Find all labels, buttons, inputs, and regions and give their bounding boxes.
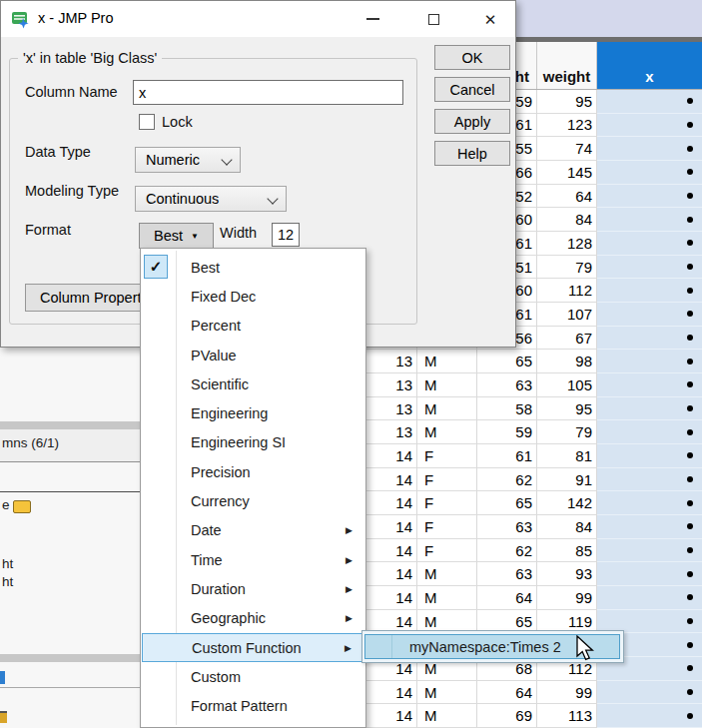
- cell-x-missing[interactable]: [597, 397, 702, 421]
- cell-weight[interactable]: 98: [537, 350, 597, 373]
- cell-weight[interactable]: 95: [537, 90, 597, 114]
- cell-sex[interactable]: F: [417, 444, 477, 468]
- cell-x-missing[interactable]: [597, 681, 702, 705]
- cell-x-missing[interactable]: [597, 114, 702, 138]
- help-button[interactable]: Help: [434, 141, 510, 166]
- cell-height[interactable]: 64: [477, 681, 537, 705]
- dialog-titlebar[interactable]: x - JMP Pro ✕: [1, 1, 515, 37]
- cell-weight[interactable]: 79: [537, 420, 597, 444]
- cell-x-missing[interactable]: [597, 704, 702, 728]
- modeling-type-dropdown[interactable]: Continuous: [135, 186, 287, 212]
- cell-height[interactable]: 63: [477, 515, 537, 539]
- cell-x-missing[interactable]: [597, 444, 702, 468]
- maximize-button[interactable]: [417, 4, 449, 34]
- cell-weight[interactable]: 145: [537, 161, 597, 185]
- menu-item-percent[interactable]: Percent: [142, 312, 364, 341]
- cell-x-missing[interactable]: [597, 90, 702, 114]
- cell-sex[interactable]: M: [417, 420, 477, 444]
- cell-sex[interactable]: M: [417, 350, 477, 373]
- data-type-dropdown[interactable]: Numeric: [135, 147, 241, 173]
- cell-x-missing[interactable]: [597, 232, 702, 256]
- cell-sex[interactable]: M: [417, 704, 477, 728]
- apply-button[interactable]: Apply: [434, 109, 510, 134]
- menu-item-custom[interactable]: Custom: [142, 662, 364, 691]
- cell-weight[interactable]: 99: [537, 586, 597, 610]
- format-dropdown-button[interactable]: Best ▼: [139, 223, 214, 249]
- cell-weight[interactable]: 123: [537, 114, 597, 138]
- cell-weight[interactable]: 95: [537, 397, 597, 421]
- cell-weight[interactable]: 113: [537, 704, 597, 728]
- cell-x-missing[interactable]: [597, 586, 702, 610]
- cell-x-missing[interactable]: [597, 279, 702, 303]
- cell-x-missing[interactable]: [597, 491, 702, 515]
- column-item-height[interactable]: ht: [2, 556, 13, 571]
- columns-panel-header[interactable]: mns (6/1): [0, 429, 140, 462]
- width-input[interactable]: 12: [272, 223, 300, 247]
- cell-sex[interactable]: F: [417, 468, 477, 492]
- cancel-button[interactable]: Cancel: [434, 77, 510, 102]
- cell-weight[interactable]: 112: [537, 279, 597, 303]
- menu-item-currency[interactable]: Currency: [142, 486, 364, 515]
- cell-sex[interactable]: M: [417, 397, 477, 421]
- menu-item-pvalue[interactable]: PValue: [142, 341, 364, 369]
- cell-weight[interactable]: 142: [537, 491, 597, 515]
- cell-sex[interactable]: F: [417, 491, 477, 515]
- cell-x-missing[interactable]: [597, 562, 702, 586]
- cell-sex[interactable]: F: [417, 515, 477, 539]
- cell-weight[interactable]: 93: [537, 562, 597, 586]
- cell-x-missing[interactable]: [597, 185, 702, 209]
- close-button[interactable]: ✕: [474, 4, 506, 34]
- cell-height[interactable]: 69: [477, 704, 537, 728]
- cell-sex[interactable]: M: [417, 562, 477, 586]
- cell-x-missing[interactable]: [597, 303, 702, 327]
- cell-height[interactable]: 63: [477, 373, 537, 397]
- cell-x-missing[interactable]: [597, 161, 702, 185]
- cell-sex[interactable]: M: [417, 586, 477, 610]
- menu-item-geographic[interactable]: Geographic▶: [142, 604, 364, 633]
- cell-height[interactable]: 58: [477, 397, 537, 421]
- cell-weight[interactable]: 99: [537, 681, 597, 705]
- cell-sex[interactable]: F: [417, 539, 477, 563]
- menu-item-engineering[interactable]: Engineering: [142, 399, 364, 428]
- cell-x-missing[interactable]: [597, 468, 702, 492]
- column-item-name[interactable]: e: [2, 497, 10, 512]
- column-name-input[interactable]: x: [133, 80, 403, 105]
- column-item-weight[interactable]: ht: [2, 574, 13, 589]
- cell-weight[interactable]: 91: [537, 468, 597, 492]
- cell-weight[interactable]: 84: [537, 515, 597, 539]
- cell-height[interactable]: 65: [477, 491, 537, 515]
- menu-item-fixed-dec[interactable]: Fixed Dec: [142, 282, 364, 311]
- minimize-button[interactable]: [356, 4, 388, 34]
- cell-height[interactable]: 62: [477, 468, 537, 492]
- column-header-x[interactable]: x: [597, 42, 702, 89]
- cell-sex[interactable]: M: [417, 681, 477, 705]
- cell-height[interactable]: 63: [477, 562, 537, 586]
- cell-x-missing[interactable]: [597, 539, 702, 563]
- cell-weight[interactable]: 67: [537, 327, 597, 351]
- cell-x-missing[interactable]: [597, 515, 702, 539]
- cell-height[interactable]: 64: [477, 586, 537, 610]
- cell-weight[interactable]: 81: [537, 444, 597, 468]
- cell-x-missing[interactable]: [597, 208, 702, 232]
- cell-weight[interactable]: 128: [537, 232, 597, 256]
- cell-weight[interactable]: 107: [537, 303, 597, 327]
- cell-weight[interactable]: 79: [537, 256, 597, 280]
- menu-item-time[interactable]: Time▶: [142, 545, 364, 574]
- cell-x-missing[interactable]: [597, 373, 702, 397]
- cell-weight[interactable]: 85: [537, 539, 597, 563]
- menu-item-format-pattern[interactable]: Format Pattern: [142, 692, 364, 721]
- cell-x-missing[interactable]: [597, 256, 702, 280]
- cell-x-missing[interactable]: [597, 420, 702, 444]
- cell-weight[interactable]: 74: [537, 137, 597, 161]
- column-header-weight[interactable]: weight: [537, 42, 597, 89]
- cell-x-missing[interactable]: [597, 350, 702, 373]
- cell-height[interactable]: 65: [477, 350, 537, 373]
- ok-button[interactable]: OK: [434, 45, 510, 70]
- cell-sex[interactable]: M: [417, 373, 477, 397]
- cell-height[interactable]: 59: [477, 420, 537, 444]
- cell-height[interactable]: 61: [477, 444, 537, 468]
- menu-item-precision[interactable]: Precision: [142, 457, 364, 486]
- menu-item-engineering-si[interactable]: Engineering SI: [142, 428, 364, 457]
- menu-item-custom-function[interactable]: Custom Function▶: [142, 633, 364, 662]
- lock-checkbox[interactable]: [139, 114, 155, 130]
